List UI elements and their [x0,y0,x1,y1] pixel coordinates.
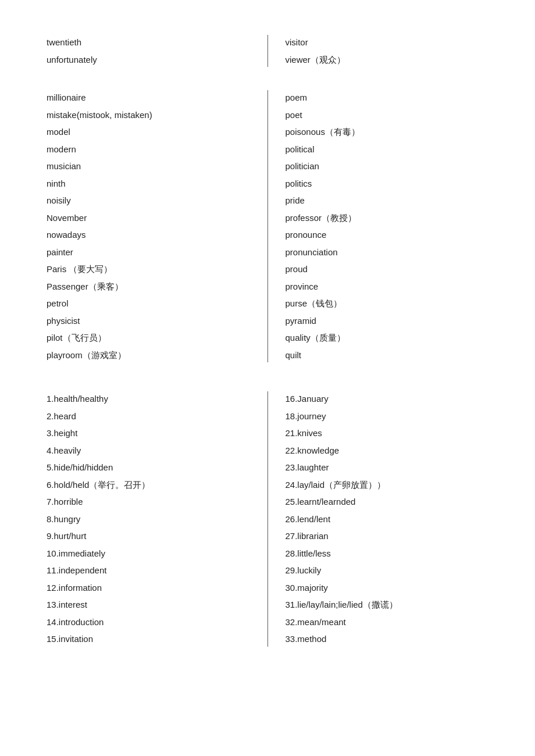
list-item: purse（钱包） [286,296,489,311]
list-item: 14.introduction [47,615,250,630]
list-item: 1.health/healthy [47,391,250,406]
list-item: physicist [47,313,250,329]
list-item: twentieth [47,35,250,50]
list-item: 16.January [286,391,489,406]
list-item: 18.journey [286,409,489,424]
list-item: province [286,279,489,294]
list-item: pyramid [286,313,489,329]
list-item: pride [286,193,489,208]
list-item: 23.laughter [286,460,489,475]
list-item: Passenger（乘客） [47,279,250,294]
list-item: petrol [47,296,250,311]
list-item: 9.hurt/hurt [47,529,250,544]
section3-left: 1.health/healthy2.heard3.height4.heavily… [47,391,268,647]
list-item: nowadays [47,227,250,243]
section3-right: 16.January18.journey21.knives22.knowledg… [268,391,489,647]
list-item: painter [47,245,250,260]
list-item: 32.mean/meant [286,615,489,630]
list-item: 6.hold/held（举行。召开） [47,477,250,493]
list-item: mistake(mistook, mistaken) [47,108,250,123]
list-item: 27.librarian [286,529,489,544]
list-item: quilt [286,348,489,363]
list-item: pilot（飞行员） [47,330,250,345]
list-item: 21.knives [286,426,489,441]
list-item: modern [47,142,250,157]
section2-right: poempoetpoisonous（有毒）politicalpolitician… [268,90,489,362]
list-item: 7.horrible [47,494,250,509]
list-item: 5.hide/hid/hidden [47,460,250,475]
section-1: twentiethunfortunately visitorviewer（观众） [47,35,488,67]
list-item: proud [286,262,489,277]
list-item: politician [286,159,489,174]
section2-left: millionairemistake(mistook, mistaken)mod… [47,90,268,362]
list-item: 25.learnt/learnded [286,494,489,509]
list-item: pronunciation [286,245,489,260]
list-item: 12.information [47,580,250,595]
list-item: November [47,211,250,226]
list-item: politics [286,176,489,191]
list-item: 22.knowledge [286,443,489,458]
list-item: 2.heard [47,409,250,424]
list-item: 8.hungry [47,512,250,527]
list-item: 3.height [47,426,250,441]
list-item: Paris （要大写） [47,262,250,277]
section1-right: visitorviewer（观众） [268,35,489,67]
list-item: 30.majority [286,580,489,595]
list-item: millionaire [47,90,250,105]
list-item: political [286,142,489,157]
list-item: 26.lend/lent [286,512,489,527]
list-item: noisily [47,193,250,208]
list-item: musician [47,159,250,174]
list-item: 15.invitation [47,632,250,647]
list-item: visitor [286,35,489,50]
list-item: 4.heavily [47,443,250,458]
list-item: 13.interest [47,597,250,612]
list-item: playroom（游戏室） [47,348,250,363]
section-2: millionairemistake(mistook, mistaken)mod… [47,90,488,362]
list-item: 29.luckily [286,563,489,578]
list-item: unfortunately [47,52,250,67]
list-item: quality（质量） [286,330,489,345]
list-item: 24.lay/laid（产卵放置）） [286,477,489,493]
list-item: viewer（观众） [286,52,489,67]
list-item: 11.independent [47,563,250,578]
list-item: 33.method [286,632,489,647]
list-item: ninth [47,176,250,191]
list-item: poisonous（有毒） [286,124,489,140]
list-item: poet [286,108,489,123]
list-item: 10.immediately [47,546,250,561]
section-3: 1.health/healthy2.heard3.height4.heavily… [47,391,488,647]
list-item: professor（教授） [286,211,489,226]
list-item: pronounce [286,227,489,243]
list-item: model [47,124,250,140]
list-item: 28.little/less [286,546,489,561]
section1-left: twentiethunfortunately [47,35,268,67]
list-item: 31.lie/lay/lain;lie/lied（撒谎） [286,597,489,612]
list-item: poem [286,90,489,105]
